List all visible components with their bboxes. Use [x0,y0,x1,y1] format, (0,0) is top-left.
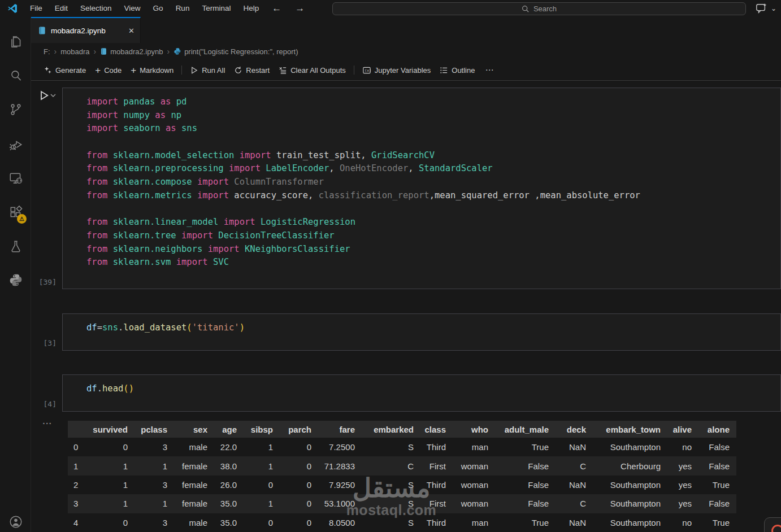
code-line: import pandas as pd [86,95,780,109]
output-options-icon[interactable]: ··· [40,419,55,428]
menu-edit[interactable]: Edit [49,0,74,17]
menu-go[interactable]: Go [147,0,170,17]
search-input[interactable]: Search [332,2,746,15]
jupyter-variables-button[interactable]: (x) Jupyter Variables [358,63,435,77]
breadcrumb-folder[interactable]: mobadra [60,47,89,56]
code-cell-2[interactable]: df=sns.load_dataset('titanic') [62,313,781,351]
dataframe-output-table: survivedpclasssexagesibspparchfareembark… [68,421,736,532]
menu-run[interactable]: Run [170,0,196,17]
notebook-toolbar: Generate + Code + Markdown Run All Resta… [31,60,781,81]
forward-arrow-icon[interactable]: → [288,3,311,14]
run-cell-button[interactable] [38,89,57,102]
table-column-header: parch [280,421,318,438]
table-cell: S [362,438,420,456]
table-cell: 3 [134,513,174,532]
breadcrumb-drive[interactable]: F: [44,47,50,56]
chevron-right-icon: › [54,47,57,56]
table-row: 213female26.0007.9250SThirdwomanFalseNaN… [68,476,736,494]
add-code-button[interactable]: + Code [90,63,126,77]
run-all-button[interactable]: Run All [185,63,229,77]
play-icon [190,66,198,75]
table-cell: 0 [90,513,134,532]
table-cell: yes [667,456,698,475]
vscode-window: { "titlebar": { "menus": ["File", "Edit"… [0,0,781,532]
menu-terminal[interactable]: Terminal [196,0,237,17]
menu-selection[interactable]: Selection [74,0,118,17]
table-cell: man [453,438,495,456]
table-cell: 1 [134,494,174,513]
table-cell: 0 [280,476,318,494]
table-column-header: sibsp [244,421,280,438]
code-cell-3-code[interactable]: df.head() [63,375,780,396]
python-icon[interactable] [0,268,31,293]
copilot-chat-icon[interactable] [755,3,767,14]
table-cell: False [495,494,556,513]
code-cell-1[interactable]: import pandas as pdimport numpy as npimp… [62,88,781,289]
clear-all-outputs-label: Clear All Outputs [290,66,346,75]
table-cell: True [698,476,736,494]
explorer-icon[interactable] [0,29,31,54]
table-cell: True [698,513,736,532]
tab-close-icon[interactable]: ✕ [128,27,134,35]
table-column-header [68,421,90,438]
table-cell: 22.0 [214,438,244,456]
code-line: from sklearn.linear_model import Logisti… [86,216,780,229]
run-cell-chevron-icon[interactable] [50,92,57,99]
run-all-label: Run All [202,66,225,75]
table-column-header: embarked [362,421,420,438]
add-markdown-button[interactable]: + Markdown [126,63,178,77]
table-cell: 7.9250 [318,476,362,494]
menu-view[interactable]: View [118,0,147,17]
activity-bar: ⚠ [0,17,31,532]
search-sidebar-icon[interactable] [0,63,31,88]
error-spinner-icon [771,525,781,532]
table-cell: female [174,494,214,513]
remote-explorer-icon[interactable] [0,166,31,191]
table-cell: male [174,513,214,532]
extensions-icon[interactable]: ⚠ [0,200,31,225]
code-cell-1-code[interactable]: import pandas as pdimport numpy as npimp… [63,88,780,269]
outline-button[interactable]: Outline [435,63,479,77]
table-cell: Cherbourg [593,456,667,475]
table-cell: no [667,438,698,456]
breadcrumb-file[interactable]: mobadra2.ipynb [110,47,163,56]
table-cell: False [495,456,556,475]
table-cell: False [698,438,736,456]
restart-button[interactable]: Restart [229,63,274,77]
outline-icon [440,66,448,75]
source-control-icon[interactable] [0,97,31,122]
tab-mobadra2-ipynb[interactable]: mobadra2.ipynb ✕ [31,17,141,43]
run-debug-icon[interactable] [0,132,31,157]
generate-button[interactable]: Generate [39,63,90,77]
search-icon [522,5,530,13]
table-cell: Southampton [593,438,667,456]
table-cell: C [556,456,593,475]
add-code-label: Code [104,66,122,75]
table-cell: 0 [244,513,280,532]
more-actions-icon[interactable]: ⋯ [479,65,500,75]
clear-all-outputs-button[interactable]: Clear All Outputs [274,63,350,77]
menu-file[interactable]: File [24,0,49,17]
table-cell: 1 [90,494,134,513]
breadcrumb-symbol[interactable]: print("Logistic Regression:", report) [184,47,298,56]
notification-toast[interactable] [764,517,781,532]
table-column-header: survived [90,421,134,438]
code-cell-2-code[interactable]: df=sns.load_dataset('titanic') [63,314,780,335]
code-line [86,203,780,216]
table-cell: NaN [556,476,593,494]
table-cell: Southampton [593,476,667,494]
menu-help[interactable]: Help [237,0,265,17]
execution-count-1: [39] [28,278,57,286]
table-cell: woman [453,494,495,513]
back-arrow-icon[interactable]: ← [265,3,288,14]
code-line: df.head() [86,382,780,396]
testing-icon[interactable] [0,234,31,259]
python-symbol-icon [173,47,181,55]
table-cell: C [556,494,593,513]
breadcrumb: F: › mobadra › mobadra2.ipynb › print("L… [31,43,781,60]
vscode-logo-icon [7,3,18,14]
code-cell-3[interactable]: df.head() [62,374,781,412]
copilot-chevron-icon[interactable]: ⌄ [771,5,776,12]
table-column-header: alone [698,421,736,438]
account-icon[interactable] [0,509,31,532]
